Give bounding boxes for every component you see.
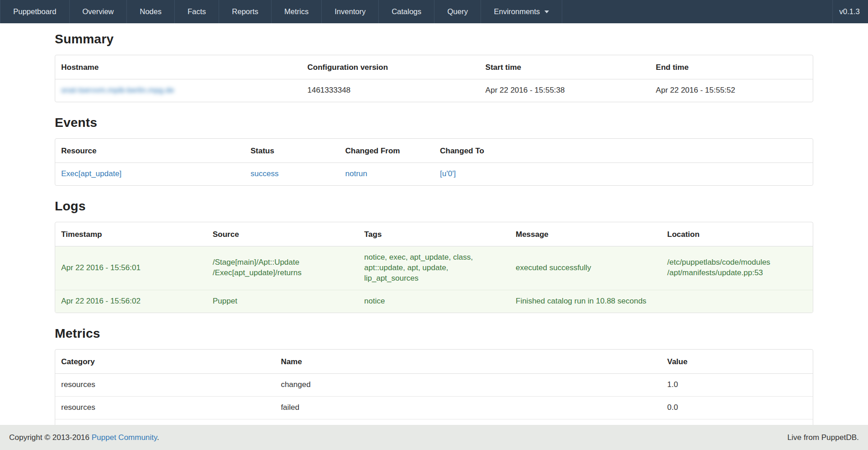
top-navbar: Puppetboard Overview Nodes Facts Reports… <box>0 0 868 23</box>
logs-heading: Logs <box>55 199 813 214</box>
event-changed-from-cell: notrun <box>340 162 434 185</box>
log-source-cell: /Stage[main]/Apt::Update /Exec[apt_updat… <box>207 246 358 290</box>
caret-down-icon <box>544 10 549 13</box>
log-location-cell: /etc/puppetlabs/code/modules /apt/manife… <box>661 246 813 290</box>
footer-copyright: Copyright © 2013-2016 Puppet Community. <box>9 433 159 442</box>
metrics-col-name: Name <box>275 350 661 374</box>
events-col-resource: Resource <box>55 139 245 163</box>
summary-col-hostname: Hostname <box>55 55 302 79</box>
log-tags-cell: notice, exec, apt_update, class, apt::up… <box>358 246 510 290</box>
logs-col-timestamp: Timestamp <box>55 222 207 246</box>
environments-dropdown-label: Environments <box>494 0 540 23</box>
summary-col-end-time: End time <box>650 55 813 79</box>
log-timestamp-cell: Apr 22 2016 - 15:56:01 <box>55 246 207 290</box>
events-col-changed-to: Changed To <box>434 139 813 163</box>
log-message-cell: executed successfully <box>510 246 661 290</box>
footer-live-status: Live from PuppetDB. <box>787 433 859 442</box>
metric-row: resources changed 1.0 <box>55 373 813 396</box>
puppet-community-link[interactable]: Puppet Community <box>92 433 157 442</box>
event-changed-from-link[interactable]: notrun <box>345 169 367 178</box>
hostname-link[interactable]: snat-tservvm.mpib-berlin.mpg.de <box>61 86 174 94</box>
summary-row: snat-tservvm.mpib-berlin.mpg.de 14613333… <box>55 79 813 102</box>
event-row: Exec[apt_update] success notrun [u'0'] <box>55 162 813 185</box>
config-version-cell: 1461333348 <box>302 79 480 102</box>
event-resource-link[interactable]: Exec[apt_update] <box>61 169 121 178</box>
events-header-row: Resource Status Changed From Changed To <box>55 139 813 163</box>
logs-table: Timestamp Source Tags Message Location A… <box>55 222 813 313</box>
event-resource-cell: Exec[apt_update] <box>55 162 245 185</box>
logs-col-tags: Tags <box>358 222 510 246</box>
events-heading: Events <box>55 115 813 130</box>
summary-table: Hostname Configuration version Start tim… <box>55 55 813 102</box>
logs-panel: Timestamp Source Tags Message Location A… <box>55 222 813 313</box>
summary-heading: Summary <box>55 32 813 47</box>
log-row: Apr 22 2016 - 15:56:02 Puppet notice Fin… <box>55 290 813 312</box>
nav-item-facts[interactable]: Facts <box>175 0 219 23</box>
nav-item-inventory[interactable]: Inventory <box>322 0 379 23</box>
log-row: Apr 22 2016 - 15:56:01 /Stage[main]/Apt:… <box>55 246 813 290</box>
log-timestamp-cell: Apr 22 2016 - 15:56:02 <box>55 290 207 312</box>
log-tags-cell: notice <box>358 290 510 312</box>
nav-item-catalogs[interactable]: Catalogs <box>379 0 434 23</box>
end-time-cell: Apr 22 2016 - 15:55:52 <box>650 79 813 102</box>
nav-item-nodes[interactable]: Nodes <box>127 0 175 23</box>
navbar-brand-puppetboard[interactable]: Puppetboard <box>0 0 70 23</box>
summary-panel: Hostname Configuration version Start tim… <box>55 55 813 102</box>
metric-name-cell: changed <box>275 373 661 396</box>
event-status-cell: success <box>245 162 340 185</box>
navbar-spacer <box>562 0 832 23</box>
summary-col-config-version: Configuration version <box>302 55 480 79</box>
nav-item-overview[interactable]: Overview <box>70 0 127 23</box>
events-col-changed-from: Changed From <box>340 139 434 163</box>
start-time-cell: Apr 22 2016 - 15:55:38 <box>480 79 650 102</box>
event-changed-to-cell: [u'0'] <box>434 162 813 185</box>
metric-row: resources failed 0.0 <box>55 396 813 419</box>
logs-col-location: Location <box>661 222 813 246</box>
event-status-link[interactable]: success <box>251 169 278 178</box>
nav-item-reports[interactable]: Reports <box>219 0 272 23</box>
summary-header-row: Hostname Configuration version Start tim… <box>55 55 813 79</box>
metric-value-cell: 1.0 <box>661 373 813 396</box>
log-location-cell <box>661 290 813 312</box>
logs-header-row: Timestamp Source Tags Message Location <box>55 222 813 246</box>
metric-name-cell: failed <box>275 396 661 419</box>
logs-col-message: Message <box>510 222 661 246</box>
metrics-col-value: Value <box>661 350 813 374</box>
metric-category-cell: resources <box>55 373 275 396</box>
logs-col-source: Source <box>207 222 358 246</box>
nav-item-metrics[interactable]: Metrics <box>272 0 322 23</box>
hostname-cell: snat-tservvm.mpib-berlin.mpg.de <box>55 79 302 102</box>
metrics-heading: Metrics <box>55 326 813 341</box>
navbar-links: Puppetboard Overview Nodes Facts Reports… <box>0 0 562 23</box>
metrics-col-category: Category <box>55 350 275 374</box>
summary-col-start-time: Start time <box>480 55 650 79</box>
log-message-cell: Finished catalog run in 10.88 seconds <box>510 290 661 312</box>
events-table: Resource Status Changed From Changed To … <box>55 139 813 185</box>
log-source-cell: Puppet <box>207 290 358 312</box>
events-panel: Resource Status Changed From Changed To … <box>55 138 813 186</box>
nav-item-query[interactable]: Query <box>434 0 481 23</box>
copyright-text: Copyright © 2013-2016 <box>9 433 92 442</box>
main-content: Summary Hostname Configuration version S… <box>55 32 813 450</box>
metric-category-cell: resources <box>55 396 275 419</box>
metric-value-cell: 0.0 <box>661 396 813 419</box>
nav-dropdown-environments[interactable]: Environments <box>481 0 562 23</box>
events-col-status: Status <box>245 139 340 163</box>
event-changed-to-link[interactable]: [u'0'] <box>440 169 456 178</box>
metrics-header-row: Category Name Value <box>55 350 813 374</box>
page-footer: Copyright © 2013-2016 Puppet Community. … <box>0 425 868 450</box>
app-version-label: v0.1.3 <box>832 0 868 23</box>
copyright-period: . <box>157 433 159 442</box>
